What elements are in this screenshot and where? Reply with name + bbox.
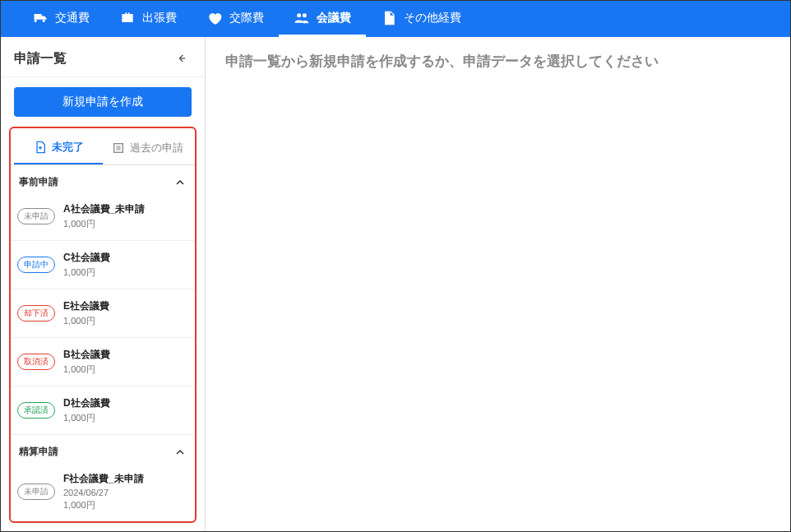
status-badge: 承認済 <box>17 402 55 419</box>
back-button[interactable] <box>172 49 192 68</box>
briefcase-icon <box>119 10 136 26</box>
status-badge: 未申請 <box>17 208 55 224</box>
list-item[interactable]: 未申請 A社会議費_未申請 1,000円 <box>11 192 195 241</box>
file-add-icon <box>34 141 47 154</box>
item-title: B社会議費 <box>63 348 110 362</box>
nav-meeting[interactable]: 会議費 <box>279 1 366 37</box>
item-body: A社会議費_未申請 1,000円 <box>63 202 145 230</box>
item-title: F社会議費_未申請 <box>63 472 144 486</box>
item-title: E社会議費 <box>63 299 109 313</box>
list-item[interactable]: 却下済 E社会議費 1,000円 <box>11 289 195 338</box>
item-date: 2024/06/27 <box>63 488 144 497</box>
nav-trip[interactable]: 出張費 <box>104 1 192 37</box>
list-item[interactable]: 未申請 F社会議費_未申請 2024/06/27 1,000円 <box>11 462 195 522</box>
nav-label: 会議費 <box>317 11 351 25</box>
chevron-up-icon <box>173 176 187 189</box>
create-new-button[interactable]: 新規申請を作成 <box>14 87 192 117</box>
item-body: E社会議費 1,000円 <box>63 299 109 327</box>
main-area: 申請一覧 新規申請を作成 未完了 過去の申請 事前申請 <box>1 37 790 531</box>
list-item[interactable]: 取消済 B社会議費 1,000円 <box>11 338 195 386</box>
nav-transport[interactable]: 交通費 <box>17 1 104 37</box>
status-badge: 却下済 <box>17 305 55 322</box>
nav-label: 出張費 <box>142 11 177 25</box>
sidebar-title: 申請一覧 <box>14 50 67 67</box>
item-amount: 1,000円 <box>63 412 110 424</box>
tab-past[interactable]: 過去の申請 <box>103 133 192 164</box>
content-message: 申請一覧から新規申請を作成するか、申請データを選択してください <box>225 52 770 71</box>
nav-entertainment[interactable]: 交際費 <box>192 1 279 37</box>
item-amount: 1,000円 <box>63 266 110 279</box>
tabs: 未完了 過去の申請 <box>11 128 195 165</box>
tab-label: 未完了 <box>52 140 84 155</box>
chevron-up-icon <box>173 446 187 459</box>
status-badge: 未申請 <box>17 483 55 500</box>
nav-label: その他経費 <box>404 11 461 25</box>
tab-pending[interactable]: 未完了 <box>14 133 103 164</box>
list-item[interactable]: 申請中 G社会議費 2024/06/27 1,000円 <box>11 522 195 523</box>
section-title: 精算申請 <box>19 445 58 459</box>
section-title: 事前申請 <box>19 175 58 189</box>
sidebar: 申請一覧 新規申請を作成 未完了 過去の申請 事前申請 <box>1 37 206 531</box>
nav-label: 交通費 <box>55 11 90 25</box>
list-icon <box>112 141 125 155</box>
list-item[interactable]: 承認済 D社会議費 1,000円 <box>11 386 195 435</box>
handshake-icon <box>206 10 223 26</box>
top-nav: 交通費 出張費 交際費 会議費 その他経費 <box>1 1 790 37</box>
item-title: D社会議費 <box>63 396 110 410</box>
item-body: F社会議費_未申請 2024/06/27 1,000円 <box>63 472 144 511</box>
item-body: B社会議費 1,000円 <box>63 348 110 376</box>
content-area: 申請一覧から新規申請を作成するか、申請データを選択してください <box>206 37 790 531</box>
new-button-wrap: 新規申請を作成 <box>1 77 205 127</box>
section-header-preapply[interactable]: 事前申請 <box>11 165 195 192</box>
application-list-frame: 未完了 過去の申請 事前申請 未申請 A社会議費_未申請 1,000円 <box>9 127 197 523</box>
sidebar-header: 申請一覧 <box>1 37 205 77</box>
nav-label: 交際費 <box>229 11 264 25</box>
item-amount: 1,000円 <box>63 218 145 230</box>
document-icon <box>381 10 397 26</box>
status-badge: 申請中 <box>17 257 55 273</box>
section-header-settlement[interactable]: 精算申請 <box>11 435 195 462</box>
nav-other[interactable]: その他経費 <box>366 1 476 37</box>
item-title: A社会議費_未申請 <box>63 202 145 216</box>
item-title: C社会議費 <box>63 251 110 265</box>
arrow-left-icon <box>175 52 188 65</box>
truck-icon <box>32 10 49 26</box>
item-amount: 1,000円 <box>63 363 110 376</box>
people-icon <box>294 10 310 26</box>
item-body: C社会議費 1,000円 <box>63 251 110 279</box>
status-badge: 取消済 <box>17 354 55 370</box>
item-amount: 1,000円 <box>63 499 144 511</box>
item-amount: 1,000円 <box>63 315 109 327</box>
tab-label: 過去の申請 <box>130 141 183 155</box>
item-body: D社会議費 1,000円 <box>63 396 110 424</box>
list-item[interactable]: 申請中 C社会議費 1,000円 <box>11 241 195 289</box>
